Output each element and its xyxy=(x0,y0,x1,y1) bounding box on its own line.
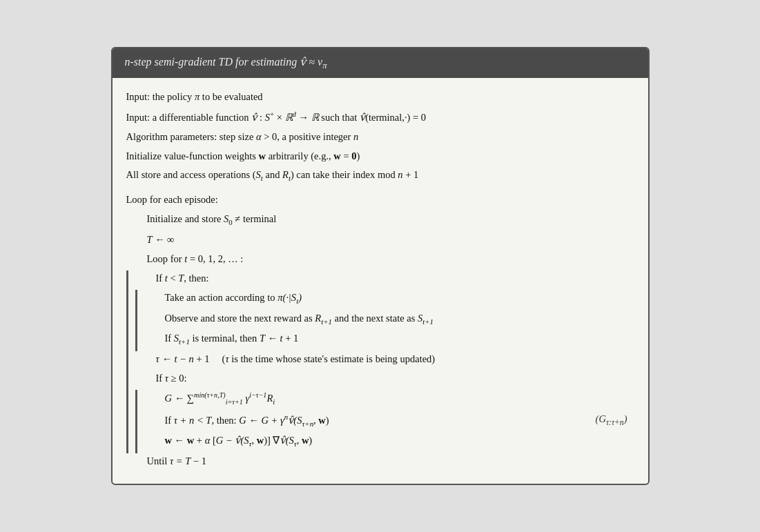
header-italic-n: n xyxy=(125,56,130,68)
store-access: All store and access operations (St and … xyxy=(126,167,634,185)
w-update: w ← w + α [G − v̂(Sτ, w)] ∇v̂(Sτ, w) xyxy=(165,433,634,451)
if-t-content: Take an action according to π(·|St) Obse… xyxy=(144,290,634,351)
if-tau-n-lt-T: (Gτ:τ+n) If τ + n < T, then: G ← G + γnv… xyxy=(165,411,634,431)
if-terminal: If St+1 is terminal, then T ← t + 1 xyxy=(165,331,634,348)
tau-assign: τ ← t − n + 1 (τ is the time whose state… xyxy=(135,351,634,368)
if-t-block: Take an action according to π(·|St) Obse… xyxy=(135,290,634,351)
G-sum: G ← ∑min(τ+n,T)i=τ+1 γi−τ−1Ri xyxy=(165,390,634,408)
if-tau-block: G ← ∑min(τ+n,T)i=τ+1 γi−τ−1Ri (Gτ:τ+n) I… xyxy=(135,390,634,453)
if-tau-content: G ← ∑min(τ+n,T)i=τ+1 γi−τ−1Ri (Gτ:τ+n) I… xyxy=(144,390,634,453)
vertical-bar-2 xyxy=(135,290,137,351)
inner-loop-content: If t < T, then: Take an action according… xyxy=(135,270,634,453)
if-tau-ge-0: If τ ≥ 0: xyxy=(135,371,634,387)
algorithm-box: n-step semi-gradient TD for estimating v… xyxy=(111,47,650,485)
initialize-weights: Initialize value-function weights w arbi… xyxy=(126,148,634,165)
loop-episode: Loop for each episode: xyxy=(126,192,634,208)
input-line-2: Input: a differentiable function v̂ : S+… xyxy=(126,108,634,126)
inner-loop-block: If t < T, then: Take an action according… xyxy=(126,270,634,453)
observe-store: Observe and store the next reward as Rt+… xyxy=(165,311,634,328)
take-action: Take an action according to π(·|St) xyxy=(165,290,634,308)
algorithm-header: n-step semi-gradient TD for estimating v… xyxy=(113,48,648,78)
algorithm-body: Input: the policy π to be evaluated Inpu… xyxy=(113,78,648,484)
vertical-bar-1 xyxy=(126,270,128,453)
input-line-1: Input: the policy π to be evaluated xyxy=(126,89,634,106)
header-title: -step semi-gradient TD for estimating v̂… xyxy=(130,56,327,68)
T-assign: T ← ∞ xyxy=(126,232,634,248)
init-s0: Initialize and store S0 ≠ terminal xyxy=(126,211,634,229)
algo-params: Algorithm parameters: step size α > 0, a… xyxy=(126,129,634,146)
loop-t: Loop for t = 0, 1, 2, … : xyxy=(126,251,634,268)
if-t-lt-T: If t < T, then: xyxy=(135,270,634,287)
until-line: Until τ = T − 1 xyxy=(126,453,634,470)
vertical-bar-3 xyxy=(135,390,137,453)
G-note: (Gτ:τ+n) xyxy=(596,411,627,429)
